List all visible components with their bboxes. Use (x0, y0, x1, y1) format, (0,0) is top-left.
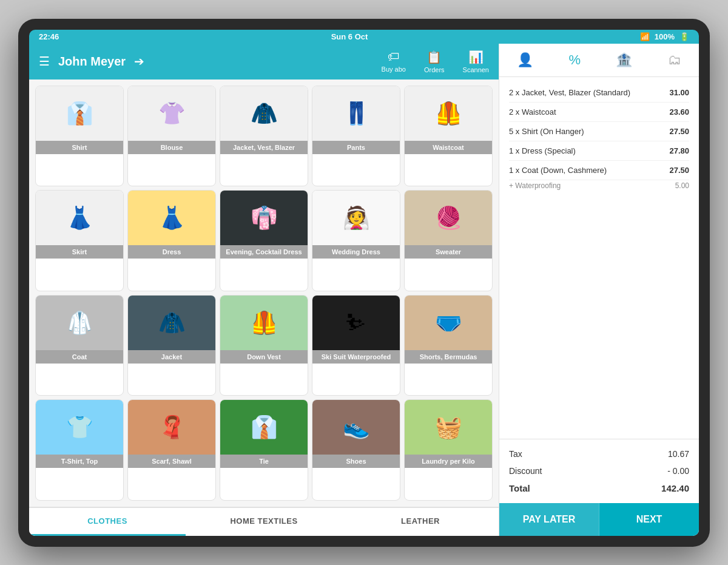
item-coat[interactable]: 🥼 Coat (35, 295, 124, 396)
cancel-icon[interactable]: 🗂 (662, 50, 687, 70)
item-skirt[interactable]: 👗 Skirt (35, 190, 124, 291)
orders-label: Orders (424, 66, 445, 73)
order-item-4[interactable]: 1 x Dress (Special) 27.80 (509, 141, 689, 161)
buy-abo-nav[interactable]: 🏷 Buy abo (382, 50, 406, 73)
ski-suit-label: Ski Suit Waterproofed (312, 350, 400, 364)
total-value: 142.40 (661, 483, 689, 493)
order-item-1[interactable]: 2 x Jacket, Vest, Blazer (Standard) 31.0… (509, 83, 689, 103)
right-panel: 👤 % 🏦 🗂 2 x Jacket, Vest, Blazer (Standa… (499, 44, 699, 536)
item-laundry[interactable]: 🧺 Laundry per Kilo (404, 399, 493, 501)
shoes-img: 👟 (312, 400, 400, 455)
down-vest-label: Down Vest (220, 350, 308, 364)
item-shirt[interactable]: 👔 Shirt (35, 86, 124, 187)
sweater-label: Sweater (405, 245, 492, 259)
battery-icon: 🔋 (679, 32, 689, 41)
order-item-5[interactable]: 1 x Coat (Down, Cashmere) 27.50 (509, 161, 689, 180)
pants-label: Pants (312, 141, 400, 154)
item-jacket-vest-blazer[interactable]: 🧥 Jacket, Vest, Blazer (220, 86, 308, 187)
discount-icon[interactable]: % (563, 50, 587, 70)
waistcoat-img: 🦺 (405, 86, 492, 141)
buy-abo-icon: 🏷 (388, 50, 400, 64)
orders-nav[interactable]: 📋 Orders (424, 50, 445, 73)
battery-label: 100% (655, 32, 675, 41)
order-item-3-price: 27.50 (659, 127, 689, 136)
order-item-3[interactable]: 5 x Shirt (On Hanger) 27.50 (509, 122, 689, 141)
tax-label: Tax (509, 449, 522, 459)
shirt-label: Shirt (36, 141, 123, 154)
shorts-img: 🩲 (405, 296, 492, 350)
item-ski-suit[interactable]: ⛷ Ski Suit Waterproofed (312, 295, 400, 396)
tax-row: Tax 10.67 (509, 445, 689, 462)
scannen-icon: 📊 (468, 50, 484, 64)
dress-img: 👗 (128, 191, 215, 245)
wedding-dress-label: Wedding Dress (312, 245, 400, 259)
tab-clothes[interactable]: CLOTHES (29, 508, 186, 536)
discount-row: Discount - 0.00 (509, 462, 689, 479)
discount-value: - 0.00 (667, 466, 689, 476)
item-down-vest[interactable]: 🦺 Down Vest (220, 295, 308, 396)
scannen-label: Scannen (463, 66, 489, 73)
order-item-4-name: 1 x Dress (Special) (509, 146, 659, 155)
order-item-5-sub-price: 5.00 (675, 181, 689, 190)
tab-home-textiles[interactable]: HOME TEXTILES (186, 508, 342, 536)
item-waistcoat[interactable]: 🦺 Waistcoat (404, 86, 493, 187)
item-tshirt[interactable]: 👕 T-Shirt, Top (35, 399, 124, 501)
item-shoes[interactable]: 👟 Shoes (312, 399, 400, 501)
order-item-5-sub-label: + Waterproofing (509, 181, 561, 190)
orders-icon: 📋 (426, 50, 442, 64)
item-wedding-dress[interactable]: 👰 Wedding Dress (312, 190, 400, 291)
action-buttons: PAY LATER NEXT (499, 503, 699, 536)
shorts-label: Shorts, Bermudas (405, 350, 492, 364)
order-item-2[interactable]: 2 x Waistcoat 23.60 (509, 103, 689, 122)
item-tie[interactable]: 👔 Tie (220, 399, 308, 501)
shirt-img: 👔 (36, 86, 123, 141)
discount-label: Discount (509, 466, 542, 476)
order-item-4-price: 27.80 (659, 146, 689, 155)
item-blouse[interactable]: 👚 Blouse (127, 86, 216, 187)
order-item-2-price: 23.60 (659, 107, 689, 117)
tie-label: Tie (220, 455, 308, 468)
customer-icon[interactable]: 👤 (511, 50, 539, 70)
jacket-vest-label: Jacket, Vest, Blazer (220, 141, 308, 154)
totals-section: Tax 10.67 Discount - 0.00 Total 142.40 (499, 439, 699, 503)
item-shorts[interactable]: 🩲 Shorts, Bermudas (404, 295, 493, 396)
item-scarf[interactable]: 🧣 Scarf, Shawl (127, 399, 216, 501)
item-dress[interactable]: 👗 Dress (127, 190, 216, 291)
order-item-2-name: 2 x Waistcoat (509, 107, 659, 117)
tab-leather[interactable]: LEATHER (342, 508, 499, 536)
pants-img: 👖 (312, 86, 400, 141)
total-label: Total (509, 483, 530, 493)
skirt-label: Skirt (36, 245, 123, 259)
waistcoat-label: Waistcoat (405, 141, 492, 154)
tshirt-img: 👕 (36, 400, 123, 455)
menu-icon[interactable]: ☰ (39, 54, 50, 69)
coat-label: Coat (36, 350, 123, 364)
next-button[interactable]: NEXT (599, 503, 699, 536)
nav-left: ☰ John Meyer ➔ (39, 54, 144, 69)
order-item-1-price: 31.00 (659, 88, 689, 97)
jacket-label: Jacket (128, 350, 215, 364)
blouse-img: 👚 (128, 86, 215, 141)
scarf-label: Scarf, Shawl (128, 455, 215, 468)
right-icons: 👤 % 🏦 🗂 (499, 44, 699, 77)
dress-label: Dress (128, 245, 215, 259)
bottom-tabs: CLOTHES HOME TEXTILES LEATHER (29, 507, 499, 536)
jacket-img: 🧥 (128, 296, 215, 350)
pay-later-button[interactable]: PAY LATER (499, 503, 599, 536)
evening-dress-label: Evening, Cocktail Dress (220, 245, 308, 259)
order-list: 2 x Jacket, Vest, Blazer (Standard) 31.0… (499, 77, 699, 439)
order-item-5-price: 27.50 (659, 166, 689, 175)
order-item-1-name: 2 x Jacket, Vest, Blazer (Standard) (509, 88, 659, 97)
item-pants[interactable]: 👖 Pants (312, 86, 400, 187)
item-evening-dress[interactable]: 👘 Evening, Cocktail Dress (220, 190, 308, 291)
status-bar: 22:46 Sun 6 Oct 📶 100% 🔋 (29, 30, 699, 44)
payment-icon[interactable]: 🏦 (610, 50, 638, 70)
logout-icon[interactable]: ➔ (134, 54, 144, 69)
evening-dress-img: 👘 (220, 191, 308, 245)
scannen-nav[interactable]: 📊 Scannen (463, 50, 489, 73)
skirt-img: 👗 (36, 191, 123, 245)
item-jacket[interactable]: 🧥 Jacket (127, 295, 216, 396)
item-sweater[interactable]: 🧶 Sweater (404, 190, 493, 291)
order-item-5-sub: + Waterproofing 5.00 (509, 180, 689, 194)
tie-img: 👔 (220, 400, 308, 455)
